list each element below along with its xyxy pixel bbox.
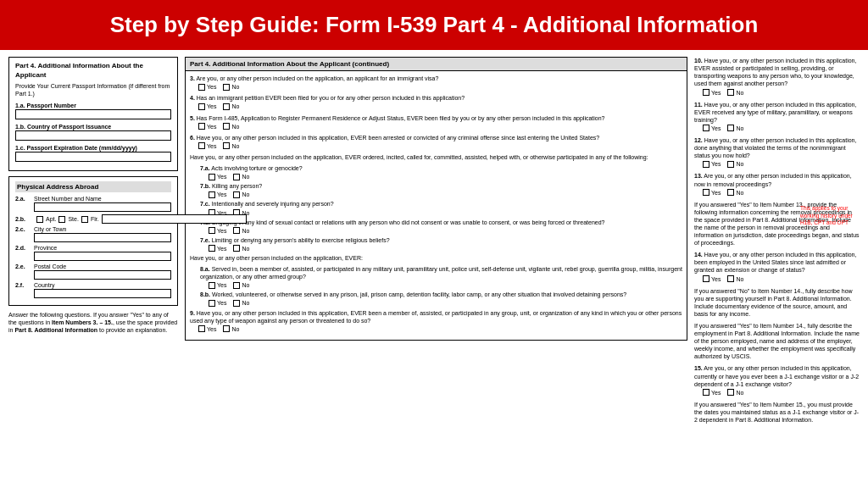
q11-yes-cb[interactable] xyxy=(703,125,709,131)
part4-continued-box: Part 4. Additional Information About the… xyxy=(185,57,687,341)
q7-intro-row: Have you, or any other person included o… xyxy=(190,153,682,161)
q7e-no-cb[interactable] xyxy=(233,245,240,252)
part4-content: 3. Are you, or any other person included… xyxy=(186,71,687,340)
q11-row: 11. Have you, or any other person includ… xyxy=(694,101,860,132)
physical-title: Physical Address Abroad xyxy=(15,181,171,192)
q14-yes-cb[interactable] xyxy=(703,275,709,282)
field-1b-label: 1.b. Country of Passport Issuance xyxy=(15,124,171,130)
answer-note: Answer the following questions. If you a… xyxy=(8,311,178,334)
addr-2a-label: Street Number and Name xyxy=(34,196,171,202)
apt-ste-flr-input[interactable] xyxy=(102,214,247,224)
q8-intro-row: Have you, or any other person included o… xyxy=(190,254,682,262)
q7c-row: 7.c. Intentionally and severely injuring… xyxy=(200,200,682,216)
country-passport-input[interactable] xyxy=(15,130,171,141)
q15-no-cb[interactable] xyxy=(727,389,734,396)
q13-row: 13. Are you, or any other person include… xyxy=(694,172,860,196)
q3-row: 3. Are you, or any other person included… xyxy=(190,75,682,91)
q14-no-cb[interactable] xyxy=(727,275,734,282)
right-panel: 10. Have you, or any other person includ… xyxy=(694,57,860,428)
addr-2b-num: 2.b. xyxy=(15,216,34,222)
q7d-no-cb[interactable] xyxy=(233,227,240,234)
header-title: Step by Step Guide: Form I-539 Part 4 - … xyxy=(110,12,759,37)
q10-row: 10. Have you, or any other person includ… xyxy=(694,57,860,96)
q13-yes-cb[interactable] xyxy=(703,189,709,196)
q12-yes-cb[interactable] xyxy=(703,161,709,168)
q4-no-cb[interactable] xyxy=(223,103,230,110)
part4-continued-header: Part 4. Additional Information About the… xyxy=(186,58,687,71)
ste-label: Ste. xyxy=(68,216,78,222)
middle-panel: Part 4. Additional Information About the… xyxy=(178,57,694,428)
q7e-yes-cb[interactable] xyxy=(209,245,215,252)
q14-row: 14. Have you, or any other person includ… xyxy=(694,251,860,282)
field-1a-label: 1.a. Passport Number xyxy=(15,103,171,108)
q6-no-cb[interactable] xyxy=(223,142,230,149)
apt-label: Apt. xyxy=(46,216,56,222)
field-1b-group: 1.b. Country of Passport Issuance xyxy=(15,124,171,141)
q12-no-cb[interactable] xyxy=(727,161,734,168)
q4-row: 4. Has an immigrant petition EVER been f… xyxy=(190,94,682,110)
q7b-no-cb[interactable] xyxy=(233,191,240,198)
province-input[interactable] xyxy=(34,252,171,261)
q4-yes-cb[interactable] xyxy=(198,103,205,110)
addr-2e-row: 2.e. Postal Code xyxy=(15,263,171,280)
country-input[interactable] xyxy=(34,289,171,298)
q8b-no-cb[interactable] xyxy=(233,300,240,307)
flr-checkbox[interactable] xyxy=(81,216,88,223)
flr-label: Flr. xyxy=(91,216,99,222)
addr-2c-row: 2.c. City or Town xyxy=(15,226,171,242)
q7d-row: 7.d. Engaging in any kind of sexual cont… xyxy=(200,219,682,235)
q7d-yes-cb[interactable] xyxy=(209,227,215,234)
q5-yes-cb[interactable] xyxy=(198,123,205,130)
addr-2f-row: 2.f. Country xyxy=(15,282,171,298)
if-yes-14-block: If you answered "Yes" to Item Number 14.… xyxy=(694,322,860,360)
q15-row: 15. Are you, or any other person include… xyxy=(694,364,860,396)
q10-yes-cb[interactable] xyxy=(703,89,709,96)
q3-yes-cb[interactable] xyxy=(198,84,205,91)
q8b-row: 8.b. Worked, volunteered, or otherwise s… xyxy=(200,291,682,307)
q7a-yes-cb[interactable] xyxy=(209,174,215,180)
q9-yes-cb[interactable] xyxy=(198,325,205,332)
q7a-no-cb[interactable] xyxy=(233,174,240,180)
q6-row: 6. Have you, or any other person include… xyxy=(190,134,682,150)
q5-no-cb[interactable] xyxy=(223,123,230,130)
left-panel: Should be your home country address and … xyxy=(8,57,178,428)
passport-number-input[interactable] xyxy=(15,109,171,119)
addr-2c-label: City or Town xyxy=(34,226,171,232)
field-1a-group: 1.a. Passport Number xyxy=(15,103,171,119)
q8b-yes-cb[interactable] xyxy=(209,300,215,307)
q8a-yes-cb[interactable] xyxy=(209,282,215,289)
addr-2d-row: 2.d. Province xyxy=(15,245,171,261)
addr-2d-num: 2.d. xyxy=(15,245,34,251)
q3-no-cb[interactable] xyxy=(223,84,230,91)
q10-no-cb[interactable] xyxy=(727,89,734,96)
q12-row: 12. Have you, or any other person includ… xyxy=(694,136,860,168)
q7a-row: 7.a. Acts involving torture or genocide?… xyxy=(200,164,682,180)
addr-2f-label: Country xyxy=(34,282,171,288)
addr-2d-label: Province xyxy=(34,245,171,251)
addr-2a-num: 2.a. xyxy=(15,196,34,202)
side-note-right: This applies to your working history und… xyxy=(800,205,864,226)
field-1c-group: 1.c. Passport Expiration Date (mm/dd/yyy… xyxy=(15,145,171,162)
q7b-yes-cb[interactable] xyxy=(209,191,215,198)
passport-instruction: Provide Your Current Passport Informatio… xyxy=(15,82,171,97)
street-number-name-input[interactable] xyxy=(34,202,171,212)
ste-checkbox[interactable] xyxy=(58,216,65,223)
passport-expiry-input[interactable] xyxy=(15,152,171,162)
q13-no-cb[interactable] xyxy=(727,189,734,196)
q9-no-cb[interactable] xyxy=(223,325,230,332)
field-1c-label: 1.c. Passport Expiration Date (mm/dd/yyy… xyxy=(15,145,171,151)
q7b-row: 7.b. Killing any person? Yes No xyxy=(200,182,682,198)
q9-row: 9. Have you, or any other person include… xyxy=(190,309,682,333)
postal-code-input[interactable] xyxy=(34,270,171,280)
if-yes-15-block: If you answered "Yes" to Item Number 15.… xyxy=(694,401,860,424)
city-town-input[interactable] xyxy=(34,233,171,242)
q6-yes-cb[interactable] xyxy=(198,142,205,149)
addr-2a-row: 2.a. Street Number and Name xyxy=(15,196,171,212)
addr-2c-num: 2.c. xyxy=(15,226,34,232)
form-box-title: Part 4. Additional Information About the… xyxy=(15,62,171,80)
q11-no-cb[interactable] xyxy=(727,125,734,131)
q15-yes-cb[interactable] xyxy=(703,389,709,396)
apt-checkbox[interactable] xyxy=(36,216,43,223)
q8a-no-cb[interactable] xyxy=(233,282,240,289)
side-note-left: Should be your home country address and … xyxy=(0,205,5,234)
